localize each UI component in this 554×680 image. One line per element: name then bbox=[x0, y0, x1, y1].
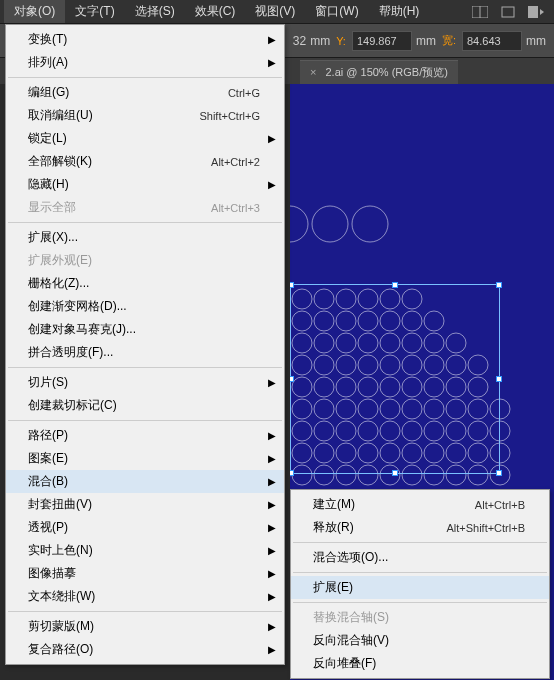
panel-icon[interactable] bbox=[526, 4, 546, 20]
submenu-arrow-icon: ▶ bbox=[268, 453, 276, 464]
selection-handle[interactable] bbox=[290, 282, 294, 288]
menubar-item-effect[interactable]: 效果(C) bbox=[185, 0, 246, 23]
svg-point-6 bbox=[352, 206, 388, 242]
menu-item[interactable]: 实时上色(N)▶ bbox=[6, 539, 284, 562]
menu-item-label: 扩展(E) bbox=[313, 579, 525, 596]
menu-item[interactable]: 文本绕排(W)▶ bbox=[6, 585, 284, 608]
menu-shortcut: Alt+Shift+Ctrl+B bbox=[446, 522, 525, 534]
submenu-arrow-icon: ▶ bbox=[268, 591, 276, 602]
menu-item-label: 锁定(L) bbox=[28, 130, 260, 147]
menu-item-label: 创建对象马赛克(J)... bbox=[28, 321, 260, 338]
menu-item[interactable]: 混合(B)▶ bbox=[6, 470, 284, 493]
menu-item[interactable]: 释放(R)Alt+Shift+Ctrl+B bbox=[291, 516, 549, 539]
menu-item[interactable]: 扩展(E) bbox=[291, 576, 549, 599]
menu-item[interactable]: 变换(T)▶ bbox=[6, 28, 284, 51]
selection-handle[interactable] bbox=[392, 282, 398, 288]
menu-item-label: 扩展(X)... bbox=[28, 229, 260, 246]
menu-item-label: 实时上色(N) bbox=[28, 542, 260, 559]
selection-handle[interactable] bbox=[496, 376, 502, 382]
menu-item[interactable]: 混合选项(O)... bbox=[291, 546, 549, 569]
document-tab[interactable]: × 2.ai @ 150% (RGB/预览) bbox=[300, 60, 458, 84]
menu-item[interactable]: 反向混合轴(V) bbox=[291, 629, 549, 652]
menu-item-label: 图案(E) bbox=[28, 450, 260, 467]
menu-item[interactable]: 建立(M)Alt+Ctrl+B bbox=[291, 493, 549, 516]
menu-item[interactable]: 排列(A)▶ bbox=[6, 51, 284, 74]
menu-item[interactable]: 路径(P)▶ bbox=[6, 424, 284, 447]
y-unit: mm bbox=[416, 34, 436, 48]
menu-item[interactable]: 隐藏(H)▶ bbox=[6, 173, 284, 196]
menu-item-label: 编组(G) bbox=[28, 84, 228, 101]
menu-item-label: 隐藏(H) bbox=[28, 176, 260, 193]
menu-shortcut: Shift+Ctrl+G bbox=[199, 110, 260, 122]
doc-icon[interactable] bbox=[498, 4, 518, 20]
submenu-arrow-icon: ▶ bbox=[268, 430, 276, 441]
selection-handle[interactable] bbox=[290, 470, 294, 476]
selection-handle[interactable] bbox=[496, 282, 502, 288]
menu-item[interactable]: 图像描摹▶ bbox=[6, 562, 284, 585]
menu-item-label: 图像描摹 bbox=[28, 565, 260, 582]
menu-item[interactable]: 创建裁切标记(C) bbox=[6, 394, 284, 417]
menu-item-label: 混合(B) bbox=[28, 473, 260, 490]
selection-box[interactable] bbox=[290, 284, 500, 474]
menubar-item-select[interactable]: 选择(S) bbox=[125, 0, 185, 23]
menu-item-label: 复合路径(O) bbox=[28, 641, 260, 658]
svg-point-4 bbox=[290, 206, 308, 242]
menu-item[interactable]: 封套扭曲(V)▶ bbox=[6, 493, 284, 516]
layout-icon[interactable] bbox=[470, 4, 490, 20]
menu-item-label: 全部解锁(K) bbox=[28, 153, 211, 170]
menu-item-label: 栅格化(Z)... bbox=[28, 275, 260, 292]
submenu-arrow-icon: ▶ bbox=[268, 621, 276, 632]
menu-item-label: 取消编组(U) bbox=[28, 107, 199, 124]
tab-title: 2.ai @ 150% (RGB/预览) bbox=[326, 66, 448, 78]
menu-item[interactable]: 反向堆叠(F) bbox=[291, 652, 549, 675]
x-value: 32 bbox=[293, 34, 306, 48]
menubar-item-help[interactable]: 帮助(H) bbox=[369, 0, 430, 23]
menu-item: 扩展外观(E) bbox=[6, 249, 284, 272]
menu-separator bbox=[293, 602, 547, 603]
menu-separator bbox=[8, 420, 282, 421]
menu-separator bbox=[8, 367, 282, 368]
y-label: Y: bbox=[334, 35, 348, 47]
menu-item: 替换混合轴(S) bbox=[291, 606, 549, 629]
menubar-item-window[interactable]: 窗口(W) bbox=[305, 0, 368, 23]
menu-item[interactable]: 透视(P)▶ bbox=[6, 516, 284, 539]
menu-item[interactable]: 拼合透明度(F)... bbox=[6, 341, 284, 364]
menu-item-label: 释放(R) bbox=[313, 519, 446, 536]
y-field[interactable] bbox=[352, 31, 412, 51]
w-field[interactable] bbox=[462, 31, 522, 51]
menubar-item-view[interactable]: 视图(V) bbox=[245, 0, 305, 23]
tab-close-icon[interactable]: × bbox=[310, 66, 316, 78]
menu-item[interactable]: 切片(S)▶ bbox=[6, 371, 284, 394]
menu-item-label: 显示全部 bbox=[28, 199, 211, 216]
menu-item-label: 排列(A) bbox=[28, 54, 260, 71]
menu-item[interactable]: 锁定(L)▶ bbox=[6, 127, 284, 150]
menu-item[interactable]: 创建对象马赛克(J)... bbox=[6, 318, 284, 341]
menu-item-label: 路径(P) bbox=[28, 427, 260, 444]
w-label: 宽: bbox=[440, 33, 458, 48]
selection-handle[interactable] bbox=[290, 376, 294, 382]
submenu-arrow-icon: ▶ bbox=[268, 476, 276, 487]
menu-separator bbox=[8, 77, 282, 78]
w-unit: mm bbox=[526, 34, 546, 48]
selection-handle[interactable] bbox=[496, 470, 502, 476]
menu-item[interactable]: 创建渐变网格(D)... bbox=[6, 295, 284, 318]
menu-separator bbox=[293, 572, 547, 573]
menu-item[interactable]: 全部解锁(K)Alt+Ctrl+2 bbox=[6, 150, 284, 173]
menubar-item-object[interactable]: 对象(O) bbox=[4, 0, 65, 23]
menu-item-label: 封套扭曲(V) bbox=[28, 496, 260, 513]
menu-item[interactable]: 扩展(X)... bbox=[6, 226, 284, 249]
menu-item-label: 反向混合轴(V) bbox=[313, 632, 525, 649]
menu-item[interactable]: 复合路径(O)▶ bbox=[6, 638, 284, 661]
menubar: 对象(O) 文字(T) 选择(S) 效果(C) 视图(V) 窗口(W) 帮助(H… bbox=[0, 0, 554, 24]
menu-item-label: 文本绕排(W) bbox=[28, 588, 260, 605]
menu-item[interactable]: 栅格化(Z)... bbox=[6, 272, 284, 295]
menu-item[interactable]: 取消编组(U)Shift+Ctrl+G bbox=[6, 104, 284, 127]
menubar-item-text[interactable]: 文字(T) bbox=[65, 0, 124, 23]
submenu-arrow-icon: ▶ bbox=[268, 34, 276, 45]
menu-item[interactable]: 图案(E)▶ bbox=[6, 447, 284, 470]
menu-item[interactable]: 编组(G)Ctrl+G bbox=[6, 81, 284, 104]
selection-handle[interactable] bbox=[392, 470, 398, 476]
menu-item[interactable]: 剪切蒙版(M)▶ bbox=[6, 615, 284, 638]
submenu-arrow-icon: ▶ bbox=[268, 644, 276, 655]
submenu-arrow-icon: ▶ bbox=[268, 545, 276, 556]
